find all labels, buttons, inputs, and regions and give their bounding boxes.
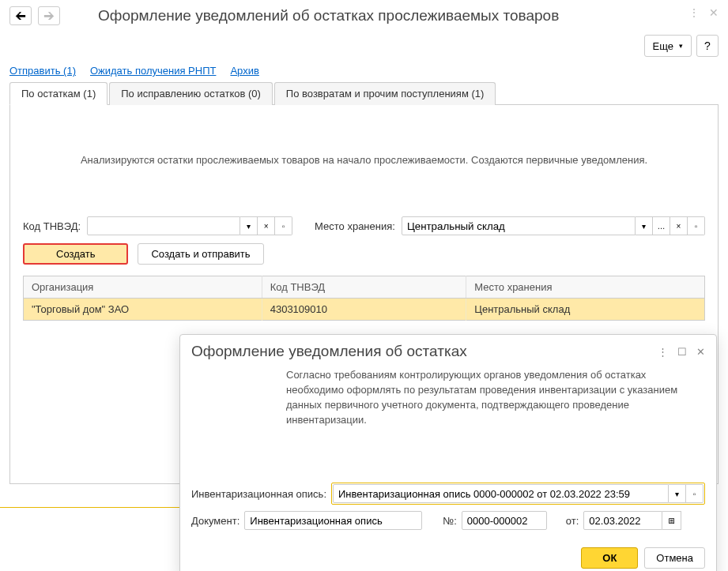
send-link[interactable]: Отправить (1) <box>9 65 76 77</box>
inventory-dialog: Оформление уведомления об остатках ⋮ ☐ ✕… <box>179 334 717 571</box>
tnved-clear-button[interactable]: × <box>258 216 275 235</box>
help-button[interactable]: ? <box>696 35 719 57</box>
tnved-label: Код ТНВЭД: <box>23 220 81 232</box>
ok-button[interactable]: ОК <box>581 547 638 569</box>
storage-dropdown-button[interactable]: ▾ <box>636 216 653 235</box>
col-tnved[interactable]: Код ТНВЭД <box>262 276 466 299</box>
tnved-open-button[interactable]: ▫ <box>275 216 292 235</box>
page-title: Оформление уведомлений об остатках просл… <box>98 7 559 24</box>
storage-input[interactable] <box>402 216 636 235</box>
info-text: Анализируются остатки прослеживаемых тов… <box>23 154 705 166</box>
create-button[interactable]: Создать <box>23 243 128 265</box>
date-label: от: <box>566 515 579 527</box>
inventory-dropdown-button[interactable]: ▾ <box>669 484 686 503</box>
footer-divider <box>0 507 182 508</box>
number-label: №: <box>443 515 457 527</box>
storage-clear-button[interactable]: × <box>670 216 688 235</box>
storage-open-button[interactable]: ▫ <box>688 216 705 235</box>
more-button[interactable]: Еще <box>644 35 692 57</box>
calendar-button[interactable]: 🗉 <box>662 511 681 530</box>
tab-corrections[interactable]: По исправлению остатков (0) <box>109 82 273 105</box>
balances-table: Организация Код ТНВЭД Место хранения "То… <box>23 276 705 321</box>
nav-forward-button[interactable]: 🡪 <box>38 6 60 25</box>
dialog-description: Согласно требованиям контролирующих орга… <box>286 368 705 427</box>
kebab-icon[interactable]: ⋮ <box>688 6 700 19</box>
tab-returns[interactable]: По возвратам и прочим поступлениям (1) <box>274 82 496 105</box>
create-and-send-button[interactable]: Создать и отправить <box>138 243 263 265</box>
close-icon[interactable]: ✕ <box>709 6 719 19</box>
tab-balances[interactable]: По остаткам (1) <box>9 82 108 105</box>
dialog-title: Оформление уведомления об остатках <box>191 343 467 360</box>
tnved-dropdown-button[interactable]: ▾ <box>240 216 258 235</box>
col-storage[interactable]: Место хранения <box>466 276 705 299</box>
date-input[interactable] <box>583 511 662 530</box>
inventory-label: Инвентаризационная опись: <box>191 488 326 500</box>
dialog-close-icon[interactable]: ✕ <box>696 346 705 358</box>
document-input[interactable] <box>244 511 422 530</box>
col-organization[interactable]: Организация <box>24 276 262 299</box>
storage-more-button[interactable]: … <box>653 216 670 235</box>
inventory-open-button[interactable]: ▫ <box>686 484 703 503</box>
nav-back-button[interactable]: 🡨 <box>9 6 32 25</box>
document-label: Документ: <box>191 515 240 527</box>
inventory-input[interactable] <box>333 484 669 503</box>
calendar-icon: 🗉 <box>667 515 677 526</box>
cancel-button[interactable]: Отмена <box>644 547 705 569</box>
await-rnpt-link[interactable]: Ожидать получения РНПТ <box>90 65 216 77</box>
table-row[interactable]: "Торговый дом" ЗАО 4303109010 Центральны… <box>24 299 705 321</box>
tnved-input[interactable] <box>87 216 240 235</box>
number-input[interactable] <box>462 511 547 530</box>
dialog-maximize-icon[interactable]: ☐ <box>677 346 687 358</box>
storage-label: Место хранения: <box>315 220 395 232</box>
archive-link[interactable]: Архив <box>230 65 258 77</box>
dialog-kebab-icon[interactable]: ⋮ <box>658 346 668 358</box>
